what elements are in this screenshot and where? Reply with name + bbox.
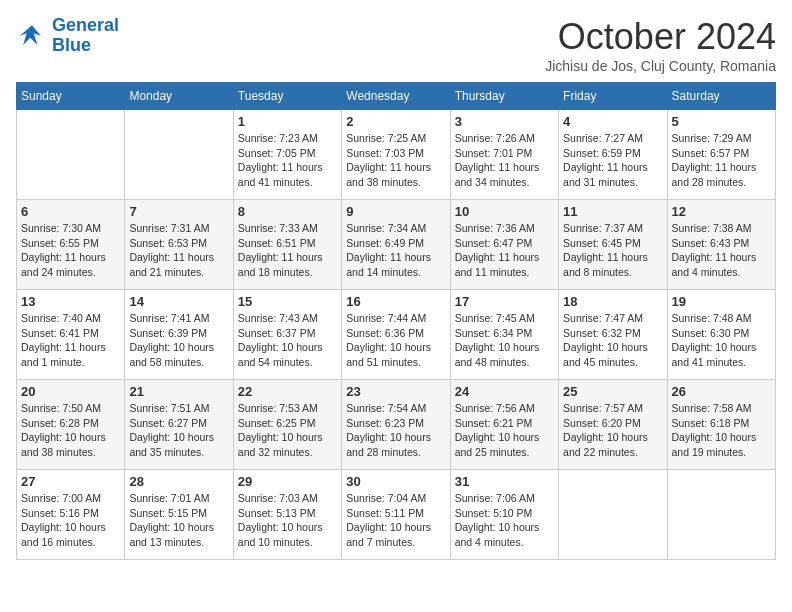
day-number: 11 <box>563 204 662 219</box>
day-number: 5 <box>672 114 771 129</box>
day-info: Sunrise: 7:03 AMSunset: 5:13 PMDaylight:… <box>238 491 337 550</box>
calendar-cell: 28Sunrise: 7:01 AMSunset: 5:15 PMDayligh… <box>125 470 233 560</box>
calendar-cell: 5Sunrise: 7:29 AMSunset: 6:57 PMDaylight… <box>667 110 775 200</box>
calendar-cell: 4Sunrise: 7:27 AMSunset: 6:59 PMDaylight… <box>559 110 667 200</box>
calendar-cell: 18Sunrise: 7:47 AMSunset: 6:32 PMDayligh… <box>559 290 667 380</box>
day-number: 25 <box>563 384 662 399</box>
day-info: Sunrise: 7:43 AMSunset: 6:37 PMDaylight:… <box>238 311 337 370</box>
logo-icon <box>16 20 48 52</box>
day-number: 15 <box>238 294 337 309</box>
calendar-cell: 1Sunrise: 7:23 AMSunset: 7:05 PMDaylight… <box>233 110 341 200</box>
calendar-cell: 7Sunrise: 7:31 AMSunset: 6:53 PMDaylight… <box>125 200 233 290</box>
calendar-cell: 6Sunrise: 7:30 AMSunset: 6:55 PMDaylight… <box>17 200 125 290</box>
day-number: 16 <box>346 294 445 309</box>
day-number: 28 <box>129 474 228 489</box>
calendar-cell: 24Sunrise: 7:56 AMSunset: 6:21 PMDayligh… <box>450 380 558 470</box>
calendar-table: SundayMondayTuesdayWednesdayThursdayFrid… <box>16 82 776 560</box>
calendar-cell: 26Sunrise: 7:58 AMSunset: 6:18 PMDayligh… <box>667 380 775 470</box>
calendar-week-row: 13Sunrise: 7:40 AMSunset: 6:41 PMDayligh… <box>17 290 776 380</box>
day-number: 13 <box>21 294 120 309</box>
calendar-cell: 22Sunrise: 7:53 AMSunset: 6:25 PMDayligh… <box>233 380 341 470</box>
day-info: Sunrise: 7:57 AMSunset: 6:20 PMDaylight:… <box>563 401 662 460</box>
title-block: October 2024 Jichisu de Jos, Cluj County… <box>545 16 776 74</box>
calendar-cell: 11Sunrise: 7:37 AMSunset: 6:45 PMDayligh… <box>559 200 667 290</box>
day-header-tuesday: Tuesday <box>233 83 341 110</box>
day-info: Sunrise: 7:04 AMSunset: 5:11 PMDaylight:… <box>346 491 445 550</box>
calendar-cell: 20Sunrise: 7:50 AMSunset: 6:28 PMDayligh… <box>17 380 125 470</box>
day-info: Sunrise: 7:45 AMSunset: 6:34 PMDaylight:… <box>455 311 554 370</box>
calendar-cell <box>667 470 775 560</box>
calendar-cell: 8Sunrise: 7:33 AMSunset: 6:51 PMDaylight… <box>233 200 341 290</box>
calendar-cell: 3Sunrise: 7:26 AMSunset: 7:01 PMDaylight… <box>450 110 558 200</box>
calendar-cell: 29Sunrise: 7:03 AMSunset: 5:13 PMDayligh… <box>233 470 341 560</box>
day-info: Sunrise: 7:53 AMSunset: 6:25 PMDaylight:… <box>238 401 337 460</box>
day-header-sunday: Sunday <box>17 83 125 110</box>
day-number: 17 <box>455 294 554 309</box>
day-info: Sunrise: 7:44 AMSunset: 6:36 PMDaylight:… <box>346 311 445 370</box>
day-header-wednesday: Wednesday <box>342 83 450 110</box>
day-header-monday: Monday <box>125 83 233 110</box>
day-number: 14 <box>129 294 228 309</box>
day-number: 10 <box>455 204 554 219</box>
calendar-cell: 25Sunrise: 7:57 AMSunset: 6:20 PMDayligh… <box>559 380 667 470</box>
calendar-cell <box>17 110 125 200</box>
day-info: Sunrise: 7:48 AMSunset: 6:30 PMDaylight:… <box>672 311 771 370</box>
calendar-cell: 31Sunrise: 7:06 AMSunset: 5:10 PMDayligh… <box>450 470 558 560</box>
calendar-cell: 13Sunrise: 7:40 AMSunset: 6:41 PMDayligh… <box>17 290 125 380</box>
day-header-thursday: Thursday <box>450 83 558 110</box>
day-number: 19 <box>672 294 771 309</box>
day-info: Sunrise: 7:58 AMSunset: 6:18 PMDaylight:… <box>672 401 771 460</box>
day-info: Sunrise: 7:38 AMSunset: 6:43 PMDaylight:… <box>672 221 771 280</box>
calendar-cell: 9Sunrise: 7:34 AMSunset: 6:49 PMDaylight… <box>342 200 450 290</box>
calendar-cell: 17Sunrise: 7:45 AMSunset: 6:34 PMDayligh… <box>450 290 558 380</box>
calendar-week-row: 20Sunrise: 7:50 AMSunset: 6:28 PMDayligh… <box>17 380 776 470</box>
page-header: General Blue October 2024 Jichisu de Jos… <box>16 16 776 74</box>
calendar-cell <box>125 110 233 200</box>
day-number: 12 <box>672 204 771 219</box>
day-info: Sunrise: 7:29 AMSunset: 6:57 PMDaylight:… <box>672 131 771 190</box>
day-header-saturday: Saturday <box>667 83 775 110</box>
day-info: Sunrise: 7:36 AMSunset: 6:47 PMDaylight:… <box>455 221 554 280</box>
day-number: 2 <box>346 114 445 129</box>
logo: General Blue <box>16 16 119 56</box>
month-title: October 2024 <box>545 16 776 58</box>
day-info: Sunrise: 7:00 AMSunset: 5:16 PMDaylight:… <box>21 491 120 550</box>
day-info: Sunrise: 7:23 AMSunset: 7:05 PMDaylight:… <box>238 131 337 190</box>
logo-line1: General <box>52 15 119 35</box>
svg-marker-0 <box>20 25 41 45</box>
calendar-cell: 16Sunrise: 7:44 AMSunset: 6:36 PMDayligh… <box>342 290 450 380</box>
calendar-cell: 19Sunrise: 7:48 AMSunset: 6:30 PMDayligh… <box>667 290 775 380</box>
day-info: Sunrise: 7:50 AMSunset: 6:28 PMDaylight:… <box>21 401 120 460</box>
day-number: 6 <box>21 204 120 219</box>
logo-line2: Blue <box>52 35 91 55</box>
calendar-cell: 27Sunrise: 7:00 AMSunset: 5:16 PMDayligh… <box>17 470 125 560</box>
day-number: 20 <box>21 384 120 399</box>
day-info: Sunrise: 7:33 AMSunset: 6:51 PMDaylight:… <box>238 221 337 280</box>
day-info: Sunrise: 7:31 AMSunset: 6:53 PMDaylight:… <box>129 221 228 280</box>
day-info: Sunrise: 7:25 AMSunset: 7:03 PMDaylight:… <box>346 131 445 190</box>
day-number: 23 <box>346 384 445 399</box>
calendar-cell <box>559 470 667 560</box>
day-number: 27 <box>21 474 120 489</box>
day-number: 18 <box>563 294 662 309</box>
day-info: Sunrise: 7:56 AMSunset: 6:21 PMDaylight:… <box>455 401 554 460</box>
calendar-cell: 23Sunrise: 7:54 AMSunset: 6:23 PMDayligh… <box>342 380 450 470</box>
day-number: 1 <box>238 114 337 129</box>
day-header-friday: Friday <box>559 83 667 110</box>
calendar-cell: 2Sunrise: 7:25 AMSunset: 7:03 PMDaylight… <box>342 110 450 200</box>
day-info: Sunrise: 7:51 AMSunset: 6:27 PMDaylight:… <box>129 401 228 460</box>
logo-text: General Blue <box>52 16 119 56</box>
day-number: 4 <box>563 114 662 129</box>
calendar-week-row: 1Sunrise: 7:23 AMSunset: 7:05 PMDaylight… <box>17 110 776 200</box>
day-info: Sunrise: 7:26 AMSunset: 7:01 PMDaylight:… <box>455 131 554 190</box>
day-number: 21 <box>129 384 228 399</box>
calendar-cell: 14Sunrise: 7:41 AMSunset: 6:39 PMDayligh… <box>125 290 233 380</box>
day-info: Sunrise: 7:06 AMSunset: 5:10 PMDaylight:… <box>455 491 554 550</box>
day-info: Sunrise: 7:30 AMSunset: 6:55 PMDaylight:… <box>21 221 120 280</box>
calendar-cell: 10Sunrise: 7:36 AMSunset: 6:47 PMDayligh… <box>450 200 558 290</box>
day-info: Sunrise: 7:34 AMSunset: 6:49 PMDaylight:… <box>346 221 445 280</box>
day-number: 30 <box>346 474 445 489</box>
calendar-week-row: 6Sunrise: 7:30 AMSunset: 6:55 PMDaylight… <box>17 200 776 290</box>
day-info: Sunrise: 7:40 AMSunset: 6:41 PMDaylight:… <box>21 311 120 370</box>
calendar-cell: 21Sunrise: 7:51 AMSunset: 6:27 PMDayligh… <box>125 380 233 470</box>
